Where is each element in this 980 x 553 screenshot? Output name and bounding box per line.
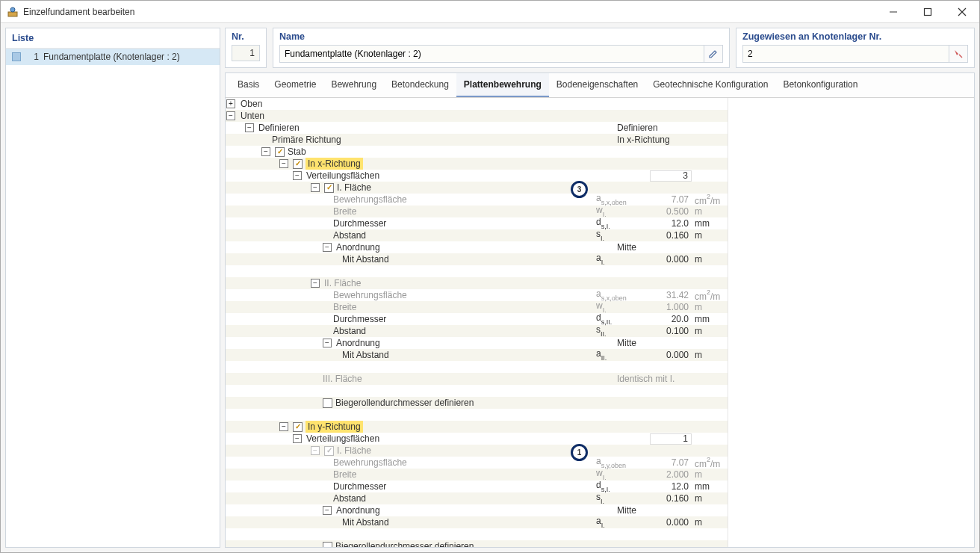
row-mitabst-y1[interactable]: Mit Abstand aI. 0.000 m	[226, 516, 728, 528]
expand-verteil-x[interactable]: −	[293, 171, 302, 180]
row-durch-x2[interactable]: Durchmesser ds,II. 20.0 mm	[226, 313, 728, 325]
row-biege-y[interactable]: Biegerollendurchmesser definieren	[226, 540, 728, 547]
expand-definieren[interactable]: −	[245, 123, 254, 132]
tab-geotech[interactable]: Geotechnische Konfiguration	[645, 73, 775, 97]
pick-node-button[interactable]	[949, 45, 968, 63]
row-anord-x2[interactable]: −Anordnung Mitte	[226, 337, 728, 349]
row-in-y[interactable]: −In y-Richtung	[226, 421, 728, 433]
expand-anord-x1[interactable]: −	[323, 243, 332, 252]
val-abst-x1[interactable]: 0.160	[650, 229, 692, 241]
val-mitabst-y1[interactable]: 0.000	[650, 516, 692, 528]
val-durch-x2[interactable]: 20.0	[650, 313, 692, 325]
row-anord-y1[interactable]: −Anordnung Mitte	[226, 504, 728, 516]
row-abst-y1[interactable]: Abstand sI. 0.160 m	[226, 492, 728, 504]
expand-ifl-y[interactable]: −	[311, 446, 320, 455]
preview-panel	[728, 98, 974, 547]
list-item[interactable]: 1 Fundamentplatte (Knotenlager : 2)	[6, 49, 220, 65]
expand-anord-x2[interactable]: −	[323, 339, 332, 347]
row-durch-x1[interactable]: Durchmesser ds,I. 12.0 mm	[226, 217, 728, 229]
tab-betondeckung[interactable]: Betondeckung	[384, 73, 456, 97]
val-durch-x1[interactable]: 12.0	[650, 217, 692, 229]
val-abst-y1[interactable]: 0.160	[650, 492, 692, 504]
property-tree[interactable]: + Oben − Unten −Definieren	[226, 98, 728, 547]
tab-betonkonfig[interactable]: Betonkonfiguration	[775, 73, 865, 97]
val-abst-x2[interactable]: 0.100	[650, 325, 692, 337]
list-item-num: 1	[25, 52, 39, 62]
expand-verteil-y[interactable]: −	[293, 434, 302, 443]
tab-bewehrung[interactable]: Bewehrung	[323, 73, 384, 97]
right-area: Nr. 1 Name Zugewiesen an Knotenlager Nr.	[225, 28, 975, 548]
label-bew-x2: Bewehrungsfläche	[333, 289, 407, 301]
tab-bodeneigenschaften[interactable]: Bodeneigenschaften	[549, 73, 645, 97]
val-verteil-y[interactable]: 1	[650, 433, 692, 445]
row-spacer4	[226, 409, 728, 421]
row-biege-x[interactable]: Biegerollendurchmesser definieren	[226, 397, 728, 409]
label-abst-x2: Abstand	[333, 325, 366, 337]
row-oben[interactable]: + Oben	[226, 98, 728, 110]
cb-stab[interactable]	[275, 147, 285, 157]
window-title: Einzelfundament bearbeiten	[23, 7, 876, 17]
row-stab[interactable]: −Stab	[226, 146, 728, 158]
row-definieren[interactable]: −Definieren Definieren	[226, 122, 728, 134]
expand-stab[interactable]: −	[261, 147, 270, 156]
label-prim: Primäre Richtung	[272, 134, 341, 146]
maximize-button[interactable]	[911, 1, 945, 23]
expand-anord-y1[interactable]: −	[323, 506, 332, 515]
label-breite-y1: Breite	[333, 469, 356, 481]
row-abst-x2[interactable]: Abstand sII. 0.100 m	[226, 325, 728, 337]
tab-basis[interactable]: Basis	[230, 73, 267, 97]
expand-iifl-x[interactable]: −	[311, 279, 320, 288]
label-unten: Unten	[241, 110, 264, 122]
row-verteil-x[interactable]: −Verteilungsflächen 3	[226, 170, 728, 182]
val-definieren[interactable]: Definieren	[614, 122, 692, 134]
expand-iny[interactable]: −	[279, 422, 288, 431]
row-verteil-y[interactable]: −Verteilungsflächen 1	[226, 433, 728, 445]
cb-biege-x[interactable]	[323, 398, 332, 408]
row-abst-x1[interactable]: Abstand sI. 0.160 m	[226, 229, 728, 241]
row-mitabst-x2[interactable]: Mit Abstand aII. 0.000 m	[226, 349, 728, 361]
expand-ifl-x[interactable]: −	[311, 183, 320, 192]
label-inx: In x-Richtung	[306, 158, 363, 170]
row-durch-y1[interactable]: Durchmesser ds,I. 12.0 mm	[226, 481, 728, 492]
val-prim[interactable]: In x-Richtung	[614, 134, 692, 146]
val-verteil-x[interactable]: 3	[650, 170, 692, 182]
label-mitabst-x2: Mit Abstand	[342, 349, 389, 361]
row-unten[interactable]: − Unten	[226, 110, 728, 122]
expand-oben[interactable]: +	[226, 99, 235, 108]
label-anord-x1: Anordnung	[336, 241, 380, 253]
cb-iny[interactable]	[293, 422, 303, 432]
row-breite-x1: Breite wI. 0.500 m	[226, 206, 728, 217]
body: Liste 1 Fundamentplatte (Knotenlager : 2…	[1, 23, 979, 552]
tab-geometrie[interactable]: Geometrie	[267, 73, 323, 97]
tab-plattenbewehrung[interactable]: Plattenbewehrung	[456, 73, 549, 97]
row-iflaeche-x[interactable]: −I. Fläche	[226, 182, 728, 194]
close-button[interactable]	[945, 1, 979, 23]
badge-3: 3	[571, 181, 588, 198]
expand-inx[interactable]: −	[279, 159, 288, 168]
label-bew-y1: Bewehrungsfläche	[333, 457, 407, 469]
rename-button[interactable]	[704, 45, 723, 63]
cb-inx[interactable]	[293, 159, 303, 169]
tab-content: + Oben − Unten −Definieren	[226, 98, 974, 547]
val-mitabst-x1[interactable]: 0.000	[650, 253, 692, 265]
minimize-button[interactable]	[876, 1, 911, 23]
row-spacer5	[226, 528, 728, 540]
name-input[interactable]	[279, 45, 704, 63]
svg-rect-3	[925, 8, 931, 15]
row-in-x[interactable]: −In x-Richtung	[226, 158, 728, 170]
assigned-input[interactable]	[742, 45, 949, 63]
expand-unten[interactable]: −	[226, 111, 235, 120]
label-ifl-x: I. Fläche	[337, 182, 371, 194]
val-mitabst-x2[interactable]: 0.000	[650, 349, 692, 361]
row-iiflaeche-x[interactable]: −II. Fläche	[226, 277, 728, 289]
cb-biege-y[interactable]	[323, 542, 332, 548]
val-durch-y1[interactable]: 12.0	[650, 481, 692, 492]
badge-1: 1	[571, 444, 588, 461]
row-prim[interactable]: Primäre Richtung In x-Richtung	[226, 134, 728, 146]
row-mitabst-x1[interactable]: Mit Abstand aI. 0.000 m	[226, 253, 728, 265]
name-field: Name	[273, 28, 730, 68]
row-spacer1	[226, 265, 728, 277]
titlebar: Einzelfundament bearbeiten	[1, 1, 979, 23]
cb-ifl-x[interactable]	[324, 183, 334, 193]
row-anord-x1[interactable]: −Anordnung Mitte	[226, 241, 728, 253]
